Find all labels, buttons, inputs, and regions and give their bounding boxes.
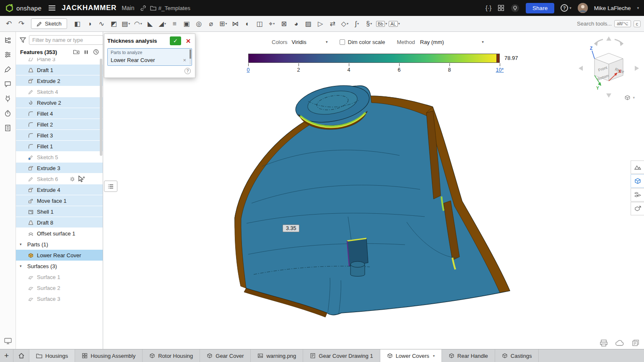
rollback-history-icon[interactable] — [93, 49, 99, 55]
transform-tool-button[interactable]: ⌖▾ — [266, 18, 278, 30]
tab-rear-handle[interactable]: Rear Handle — [442, 349, 495, 362]
filter-input[interactable] — [29, 35, 103, 45]
scale-tick-label-10[interactable]: 10* — [496, 67, 504, 73]
chamfer-tool-button[interactable]: ◣ — [144, 18, 156, 30]
feature-list-flyout-button[interactable] — [104, 181, 117, 192]
loft-tool-button[interactable]: ◩ — [108, 18, 120, 30]
move-face-tool-button[interactable]: ▷ — [314, 18, 327, 30]
dropdown-caret[interactable]: ▾ — [273, 22, 275, 26]
model-3d-lower-rear-cover[interactable] — [222, 78, 516, 321]
curve-tools-tool-button[interactable]: ∫▾ — [351, 18, 363, 30]
tree-section-surfaces-3[interactable]: ▾Surfaces (3) — [16, 261, 103, 272]
custom-feature-al-tool-button[interactable]: AL▾ — [388, 18, 400, 30]
dropdown-caret[interactable]: ▾ — [225, 22, 227, 26]
dropdown-caret[interactable]: ▾ — [357, 22, 359, 26]
feature-item-sketch-5[interactable]: Sketch 5 — [16, 152, 103, 163]
new-folder-icon[interactable] — [73, 49, 80, 55]
parts-visibility-button[interactable] — [631, 188, 644, 202]
dim-color-scale-checkbox[interactable] — [340, 39, 345, 45]
mirror-tool-button[interactable]: ⋈ — [229, 18, 242, 30]
main-menu-icon[interactable] — [48, 5, 56, 11]
split-tool-button[interactable]: ◫ — [254, 18, 266, 30]
feature-item-extrude-4[interactable]: Extrude 4 — [16, 184, 103, 195]
user-avatar[interactable] — [578, 3, 588, 13]
model-viewport[interactable]: Thickness analysis ✓ × Parts to analyze … — [103, 32, 644, 349]
rib-tool-button[interactable]: ≡ — [169, 18, 181, 30]
composite-tools-tool-button[interactable]: §▾ — [363, 18, 375, 30]
insert-new-tab-button[interactable]: + — [0, 349, 13, 362]
linear-pattern-tool-button[interactable]: ⊞▾ — [217, 18, 229, 30]
filter-funnel-icon[interactable] — [19, 36, 26, 44]
feature-item-fillet-4[interactable]: Fillet 4 — [16, 108, 103, 119]
dropdown-caret[interactable]: ▾ — [398, 22, 400, 26]
document-title[interactable]: JACKHAMMER — [62, 4, 117, 12]
display-settings-button[interactable] — [3, 336, 13, 346]
feature-item-sketch-4[interactable]: Sketch 4 — [16, 86, 103, 97]
document-location[interactable]: #_Templates — [150, 5, 191, 11]
dropdown-caret[interactable]: ▾ — [347, 22, 348, 26]
search-tools[interactable]: Search tools... alt/⌥ c — [577, 20, 641, 27]
boolean-tool-button[interactable]: ◐ — [242, 18, 254, 30]
feature-item-plane-3[interactable]: Plane 3 — [16, 58, 103, 65]
feature-item-fillet-1[interactable]: Fillet 1 — [16, 141, 103, 152]
sketch-button[interactable]: Sketch — [31, 18, 67, 29]
feature-item-surface-2[interactable]: Surface 2 — [16, 282, 103, 293]
panel-features-button[interactable] — [3, 35, 13, 44]
share-link-icon[interactable] — [140, 5, 147, 12]
tab-castings[interactable]: Castings — [495, 349, 539, 362]
dialog-confirm-button[interactable]: ✓ — [170, 36, 181, 45]
dropdown-caret[interactable]: ▾ — [140, 22, 142, 26]
tree-section-parts-1[interactable]: ▾Parts (1) — [16, 239, 103, 250]
dropdown-caret[interactable]: ▾ — [164, 22, 166, 26]
feature-item-sketch-6[interactable]: Sketch 6 — [16, 173, 103, 184]
fillet-tool-button[interactable]: ◠▾ — [132, 18, 144, 30]
custom-feature-bb-tool-button[interactable]: Bb▾ — [375, 18, 388, 30]
onshape-logo[interactable]: onshape — [5, 4, 42, 13]
hole-tool-button[interactable]: ◎ — [193, 18, 205, 30]
feature-item-fillet-3[interactable]: Fillet 3 — [16, 130, 103, 141]
panel-configurations-button[interactable] — [3, 50, 13, 59]
feature-item-extrude-2[interactable]: Extrude 2 — [16, 75, 103, 86]
view-menu-button[interactable]: ▾ — [624, 94, 635, 101]
tab-warning-png[interactable]: warning.png — [251, 349, 303, 362]
undo-button[interactable]: ↶ — [3, 19, 14, 28]
workspace-name[interactable]: Main — [122, 5, 134, 11]
colormap-select[interactable]: Viridis ▾ — [292, 39, 328, 45]
parts-to-analyze-field[interactable]: Parts to analyze Lower Rear Cover × — [107, 48, 192, 66]
feature-item-move-face-1[interactable]: Move face 1 — [16, 195, 103, 206]
sheets-icon[interactable] — [631, 339, 640, 347]
dropdown-caret[interactable]: ▾ — [370, 22, 372, 26]
tab-menu-caret[interactable]: ▾ — [433, 354, 435, 358]
pause-regeneration-icon[interactable] — [83, 49, 89, 55]
tab-gear-cover[interactable]: Gear Cover — [200, 349, 251, 362]
feature-item-extrude-3[interactable]: Extrude 3 — [16, 163, 103, 173]
delete-part-tool-button[interactable]: ⊠ — [278, 18, 290, 30]
printer-icon[interactable] — [600, 339, 608, 347]
redo-button[interactable]: ↷ — [16, 19, 27, 28]
selection-scrollbar[interactable] — [190, 49, 191, 65]
color-scale-bar[interactable] — [248, 54, 500, 63]
revolve-tool-button[interactable]: ◑ — [83, 18, 96, 30]
replace-face-tool-button[interactable]: ⇄ — [327, 18, 339, 30]
feature-item-surface-3[interactable]: Surface 3 — [16, 293, 103, 304]
draft-tool-button[interactable]: ◢▾ — [156, 18, 169, 30]
tab-rotor-housing[interactable]: Rotor Housing — [143, 349, 200, 362]
featurescript-icon[interactable]: {·} — [486, 5, 491, 11]
panel-history-button[interactable] — [3, 109, 13, 118]
cloud-icon[interactable] — [615, 340, 624, 346]
home-tab-button[interactable] — [13, 349, 29, 362]
tab-gear-cover-drawing-1[interactable]: Gear Cover Drawing 1 — [303, 349, 380, 362]
feature-item-draft-8[interactable]: Draft 8 — [16, 217, 103, 228]
learning-center-icon[interactable] — [511, 4, 519, 13]
help-menu[interactable]: ? ▾ — [561, 4, 571, 12]
feature-item-fillet-2[interactable]: Fillet 2 — [16, 119, 103, 130]
method-select[interactable]: Ray (mm) ▾ — [420, 39, 484, 45]
tab-housing-assembly[interactable]: Housing Assembly — [75, 349, 143, 362]
surface-tools-tool-button[interactable]: ◇▾ — [339, 18, 351, 30]
dropdown-caret[interactable]: ▾ — [128, 22, 130, 26]
feature-item-offset-surface-1[interactable]: Offset surface 1 — [16, 228, 103, 239]
dropdown-caret[interactable]: ▾ — [385, 22, 387, 26]
feature-item-draft-1[interactable]: Draft 1 — [16, 65, 103, 75]
view-styles-button[interactable] — [631, 160, 644, 174]
feature-list-scrollbar[interactable] — [100, 59, 102, 226]
